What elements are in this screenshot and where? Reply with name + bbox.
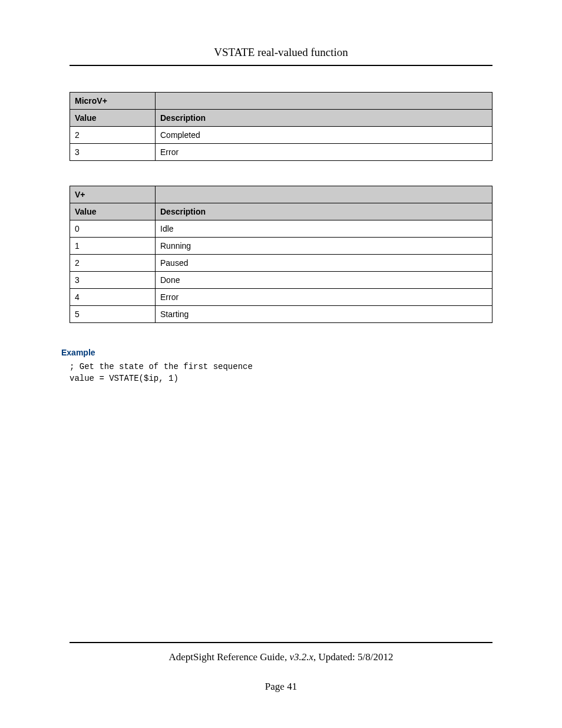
cell-value: 2	[70, 255, 156, 272]
footer-doc-title: AdeptSight Reference Guide	[168, 651, 284, 663]
cell-desc: Paused	[156, 255, 492, 272]
cell-desc: Done	[156, 272, 492, 289]
table-row: 4 Error	[70, 289, 492, 306]
page-number: Page 41	[70, 681, 492, 693]
footer-text: AdeptSight Reference Guide, v3.2.x, Upda…	[70, 651, 492, 663]
footer-divider	[70, 642, 492, 643]
table-row: 3 Error	[70, 144, 492, 161]
cell-desc: Starting	[156, 306, 492, 323]
cell-desc: Idle	[156, 220, 492, 238]
example-heading: Example	[61, 348, 492, 357]
vplus-col-value: Value	[70, 203, 156, 220]
microv-col-desc: Description	[156, 110, 492, 127]
vplus-table: V+ Value Description 0 Idle 1 Running 2 …	[70, 186, 492, 323]
page-title: VSTATE real-valued function	[70, 46, 492, 59]
cell-value: 0	[70, 220, 156, 238]
microv-table-title: MicroV+	[70, 93, 156, 110]
table-row: 2 Paused	[70, 255, 492, 272]
table-row: 5 Starting	[70, 306, 492, 323]
cell-value: 3	[70, 272, 156, 289]
vplus-table-title-blank	[156, 186, 492, 203]
cell-desc: Error	[156, 144, 492, 161]
cell-value: 5	[70, 306, 156, 323]
vplus-table-title: V+	[70, 186, 156, 203]
table-row: 2 Completed	[70, 127, 492, 144]
microv-table: MicroV+ Value Description 2 Completed 3 …	[70, 92, 492, 161]
cell-desc: Running	[156, 238, 492, 255]
microv-col-value: Value	[70, 110, 156, 127]
table-row: 1 Running	[70, 238, 492, 255]
page-label: Page	[265, 681, 287, 692]
header-divider	[70, 65, 492, 66]
page-num: 41	[287, 681, 297, 692]
cell-desc: Error	[156, 289, 492, 306]
example-code: ; Get the state of the first sequence va…	[70, 361, 492, 385]
page-footer: AdeptSight Reference Guide, v3.2.x, Upda…	[70, 642, 492, 693]
footer-updated-date: 5/8/2012	[358, 651, 393, 663]
cell-value: 1	[70, 238, 156, 255]
vplus-col-desc: Description	[156, 203, 492, 220]
cell-value: 3	[70, 144, 156, 161]
footer-version: , v3.2.x	[285, 651, 313, 663]
cell-value: 4	[70, 289, 156, 306]
cell-value: 2	[70, 127, 156, 144]
microv-table-title-blank	[156, 93, 492, 110]
cell-desc: Completed	[156, 127, 492, 144]
table-row: 3 Done	[70, 272, 492, 289]
footer-updated-label: , Updated:	[313, 651, 358, 663]
table-row: 0 Idle	[70, 220, 492, 238]
